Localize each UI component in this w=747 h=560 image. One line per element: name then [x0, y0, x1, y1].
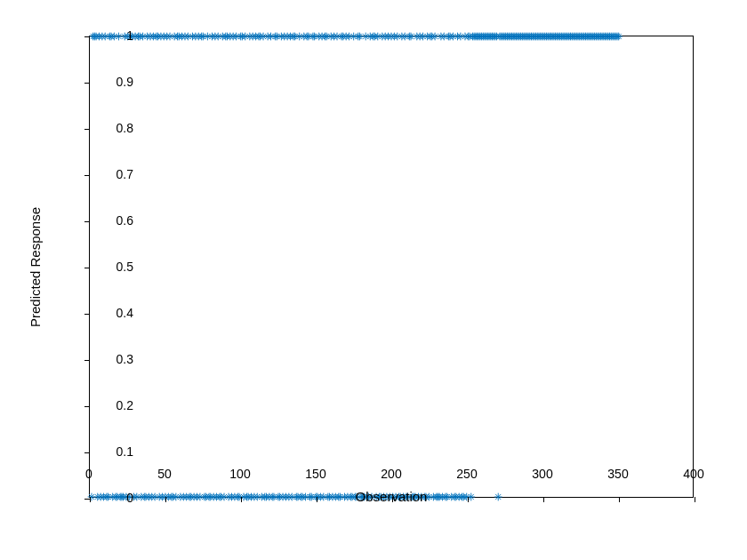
- y-tick: [84, 221, 90, 222]
- data-point: [615, 33, 622, 40]
- y-tick: [84, 36, 90, 37]
- y-tick: [84, 314, 90, 315]
- y-tick: [84, 360, 90, 361]
- x-tick-label: 300: [525, 467, 560, 481]
- y-tick: [84, 406, 90, 407]
- y-tick-label: 0.8: [98, 121, 133, 135]
- x-tick-label: 100: [222, 467, 258, 481]
- x-tick-label: 350: [600, 467, 636, 481]
- x-tick-label: 250: [449, 467, 485, 481]
- scatter-series: [90, 36, 693, 497]
- y-tick-label: 0.6: [98, 213, 133, 228]
- y-axis-label-text: Predicted Response: [28, 206, 44, 326]
- y-tick-label: 0: [98, 491, 133, 505]
- x-tick-label: 150: [298, 467, 333, 481]
- x-tick-label: 200: [374, 467, 409, 481]
- x-tick-label: 0: [71, 467, 107, 481]
- y-tick: [84, 268, 90, 268]
- y-tick: [84, 83, 90, 84]
- y-tick-label: 0.9: [98, 75, 133, 89]
- y-tick-label: 0.2: [98, 398, 133, 412]
- y-tick-label: 1: [98, 28, 133, 43]
- y-tick-label: 0.3: [98, 352, 133, 366]
- x-axis-label-text: Observation: [356, 489, 428, 504]
- x-tick-label: 50: [147, 467, 182, 481]
- axes: [89, 36, 694, 498]
- y-axis-label: Predicted Response: [27, 36, 44, 498]
- x-axis-label: Observation: [89, 489, 694, 504]
- y-tick-label: 0.7: [98, 167, 133, 181]
- y-tick: [84, 129, 90, 130]
- y-tick: [84, 452, 90, 453]
- y-tick-label: 0.5: [98, 260, 133, 274]
- figure: Observation Predicted Response 050100150…: [0, 0, 747, 560]
- y-tick-label: 0.4: [98, 306, 133, 320]
- x-tick: [695, 497, 695, 502]
- y-tick-label: 0.1: [98, 444, 133, 459]
- x-tick-label: 400: [676, 467, 711, 481]
- y-tick: [84, 175, 90, 176]
